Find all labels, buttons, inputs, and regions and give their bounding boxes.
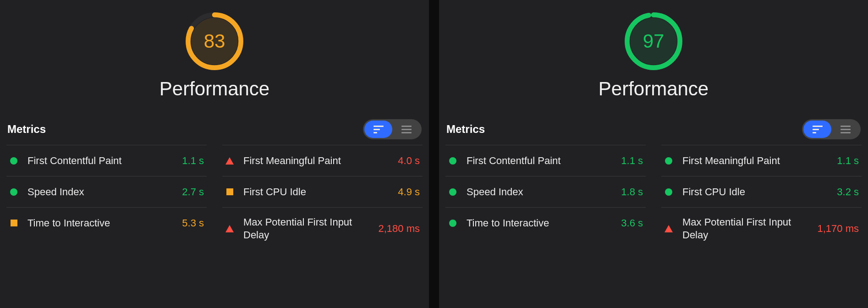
toggle-compact-view[interactable]: [364, 121, 392, 138]
toggle-list-view[interactable]: [831, 121, 859, 138]
score-gauge-wrap: 83: [6, 12, 423, 71]
metric-value: 4.0 s: [398, 155, 420, 167]
circle-icon: [664, 156, 673, 165]
metric-name: Max Potential First Input Delay: [682, 216, 814, 241]
circle-icon: [448, 219, 457, 228]
bars-icon: [374, 126, 384, 133]
triangle-icon: [225, 224, 234, 233]
metric-value: 1.8 s: [621, 186, 643, 198]
metric-row[interactable]: Time to Interactive3.6 s: [445, 207, 646, 238]
score-gauge-wrap: 97: [445, 12, 862, 71]
metric-row[interactable]: First Meaningful Paint4.0 s: [222, 145, 423, 176]
metric-value: 3.2 s: [837, 186, 859, 198]
metrics-heading: Metrics: [446, 123, 485, 136]
panel-divider: [429, 0, 439, 308]
score-gauge: 83: [185, 12, 244, 71]
score-gauge: 97: [624, 12, 683, 71]
metric-row[interactable]: First Contentful Paint1.1 s: [6, 145, 207, 176]
panel-title: Performance: [6, 78, 423, 100]
score-value: 83: [185, 12, 244, 71]
metric-name: First Contentful Paint: [467, 154, 617, 167]
performance-panel-left: 83 Performance Metrics First Contentful …: [0, 0, 429, 308]
metric-value: 2.7 s: [182, 186, 204, 198]
metric-row[interactable]: Max Potential First Input Delay2,180 ms: [222, 207, 423, 249]
metric-value: 5.3 s: [182, 217, 204, 229]
lines-icon: [401, 126, 412, 133]
toggle-list-view[interactable]: [392, 121, 420, 138]
metric-row[interactable]: First CPU Idle4.9 s: [222, 176, 423, 207]
score-value: 97: [624, 12, 683, 71]
circle-icon: [9, 156, 18, 165]
metrics-heading: Metrics: [7, 123, 46, 136]
metric-name: Speed Index: [467, 186, 617, 198]
circle-icon: [9, 187, 18, 197]
square-icon: [9, 219, 18, 228]
metric-name: First Meaningful Paint: [243, 154, 394, 167]
metric-row[interactable]: Speed Index1.8 s: [445, 176, 646, 207]
metrics-header: Metrics: [445, 119, 862, 141]
metrics-grid: First Contentful Paint1.1 sSpeed Index2.…: [6, 145, 423, 249]
metric-value: 1,170 ms: [818, 223, 859, 235]
metric-name: Time to Interactive: [467, 217, 617, 230]
metrics-view-toggle[interactable]: [363, 119, 422, 139]
metrics-col-b: First Meaningful Paint4.0 sFirst CPU Idl…: [222, 145, 423, 249]
metric-name: Max Potential First Input Delay: [243, 216, 375, 241]
metric-row[interactable]: Time to Interactive5.3 s: [6, 207, 207, 238]
triangle-icon: [664, 224, 673, 233]
metric-row[interactable]: First CPU Idle3.2 s: [661, 176, 862, 207]
metrics-header: Metrics: [6, 119, 423, 141]
metric-name: Time to Interactive: [27, 217, 178, 230]
metric-name: First Meaningful Paint: [682, 154, 833, 167]
metric-row[interactable]: Max Potential First Input Delay1,170 ms: [661, 207, 862, 249]
circle-icon: [664, 187, 673, 197]
performance-panel-right: 97 Performance Metrics First Contentful …: [439, 0, 868, 308]
bars-icon: [813, 126, 823, 133]
metric-row[interactable]: Speed Index2.7 s: [6, 176, 207, 207]
metric-name: First Contentful Paint: [27, 154, 178, 167]
metrics-col-b: First Meaningful Paint1.1 sFirst CPU Idl…: [661, 145, 862, 249]
metric-value: 1.1 s: [837, 155, 859, 167]
metric-name: First CPU Idle: [243, 186, 394, 198]
metric-value: 1.1 s: [182, 155, 204, 167]
metric-name: Speed Index: [27, 186, 178, 198]
metric-value: 1.1 s: [621, 155, 643, 167]
metric-row[interactable]: First Meaningful Paint1.1 s: [661, 145, 862, 176]
metric-value: 2,180 ms: [379, 223, 420, 235]
circle-icon: [448, 187, 457, 197]
metric-name: First CPU Idle: [682, 186, 833, 198]
metric-value: 3.6 s: [621, 217, 643, 229]
square-icon: [225, 187, 234, 197]
triangle-icon: [225, 156, 234, 165]
metric-value: 4.9 s: [398, 186, 420, 198]
panel-title: Performance: [445, 78, 862, 100]
lines-icon: [841, 126, 851, 133]
metrics-col-a: First Contentful Paint1.1 sSpeed Index2.…: [6, 145, 207, 249]
comparison-split: 83 Performance Metrics First Contentful …: [0, 0, 868, 308]
circle-icon: [448, 156, 457, 165]
metric-row[interactable]: First Contentful Paint1.1 s: [445, 145, 646, 176]
metrics-col-a: First Contentful Paint1.1 sSpeed Index1.…: [445, 145, 646, 249]
metrics-view-toggle[interactable]: [802, 119, 861, 139]
metrics-grid: First Contentful Paint1.1 sSpeed Index1.…: [445, 145, 862, 249]
toggle-compact-view[interactable]: [803, 121, 831, 138]
